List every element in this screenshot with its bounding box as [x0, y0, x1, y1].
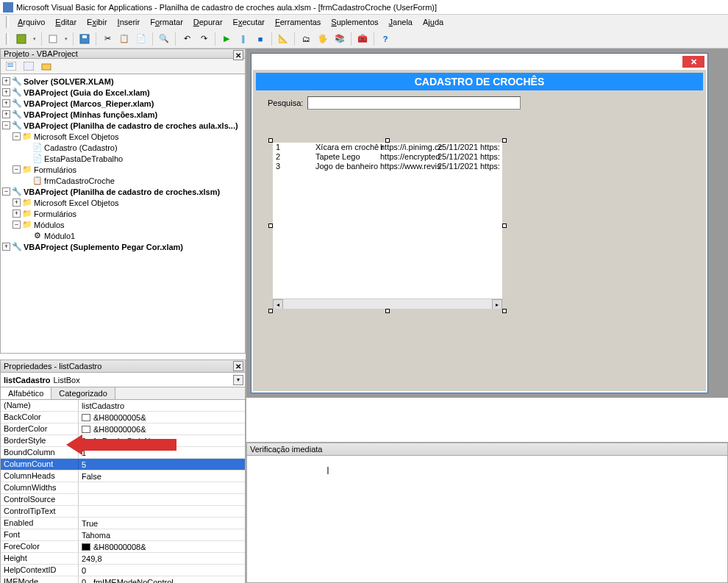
- resize-handle[interactable]: [385, 309, 390, 313]
- tree-pegar-cor[interactable]: VBAProject (Suplemento Pegar Cor.xlam): [24, 243, 183, 251]
- properties-grid[interactable]: (Name)listCadastroBackColor&H80000005&Bo…: [0, 400, 246, 583]
- toolbox-button[interactable]: 🧰: [355, 32, 370, 46]
- menu-ajuda[interactable]: Ajuda: [418, 16, 448, 28]
- tree-forms[interactable]: Formulários: [34, 165, 76, 174]
- expand-icon[interactable]: +: [2, 243, 10, 251]
- list-item[interactable]: 1Xícara em crochê rhttps://i.pinimg.cc25…: [273, 143, 502, 152]
- resize-handle[interactable]: [502, 138, 507, 143]
- toolbar-handle[interactable]: [6, 33, 9, 45]
- view-code-button[interactable]: [4, 59, 18, 74]
- menu-suplementos[interactable]: Suplementos: [326, 16, 382, 28]
- redo-button[interactable]: ↷: [196, 32, 211, 46]
- userform-window[interactable]: ✕ CADASTRO DE CROCHÊS Pesquisa: 1Xícara …: [251, 53, 708, 393]
- prop-row-name[interactable]: (Name)listCadastro: [1, 400, 245, 412]
- tree-modulo1[interactable]: Módulo1: [44, 232, 75, 240]
- list-item[interactable]: 3Jogo de banheirohttps://www.revis25/11/…: [273, 162, 502, 171]
- prop-row-backcolor[interactable]: BackColor&H80000005&: [1, 412, 245, 423]
- view-object-button[interactable]: [21, 59, 36, 74]
- menu-depurar[interactable]: Depurar: [189, 16, 227, 28]
- toggle-folders-button[interactable]: [39, 59, 54, 74]
- prop-row-columnheads[interactable]: ColumnHeadsFalse: [1, 471, 245, 482]
- tree-aula[interactable]: VBAProject (Planilha de cadastro de croc…: [24, 121, 238, 130]
- prop-row-columnwidths[interactable]: ColumnWidths: [1, 482, 245, 494]
- form-designer-canvas[interactable]: ✕ CADASTRO DE CROCHÊS Pesquisa: 1Xícara …: [246, 49, 728, 398]
- menu-ferramentas[interactable]: Ferramentas: [271, 16, 325, 28]
- menu-exibir[interactable]: Exibir: [82, 16, 112, 28]
- tab-categorizado[interactable]: Categorizado: [51, 387, 115, 399]
- chevron-down-icon[interactable]: ▾: [233, 375, 243, 385]
- collapse-icon[interactable]: −: [2, 187, 10, 196]
- tree-planilha[interactable]: VBAProject (Planilha de cadastro de croc…: [24, 187, 220, 196]
- listbox-listcadastro[interactable]: 1Xícara em crochê rhttps://i.pinimg.cc25…: [271, 140, 504, 311]
- prop-row-helpcontextid[interactable]: HelpContextID0: [1, 565, 245, 576]
- collapse-icon[interactable]: −: [13, 165, 21, 174]
- insert-button[interactable]: [46, 32, 60, 46]
- resize-handle[interactable]: [502, 309, 507, 313]
- menu-arquivo[interactable]: Arquivo: [13, 16, 49, 28]
- tree-frm[interactable]: frmCadastroCroche: [44, 176, 115, 185]
- cut-button[interactable]: ✂: [100, 32, 115, 46]
- menu-editar[interactable]: Editar: [51, 16, 81, 28]
- prop-row-enabled[interactable]: EnabledTrue: [1, 518, 245, 529]
- prop-row-borderstyle[interactable]: BorderStyle0 - fmBorderStyleNone: [1, 435, 245, 447]
- menu-executar[interactable]: Executar: [229, 16, 269, 28]
- scroll-left-icon[interactable]: ◂: [273, 299, 283, 309]
- tree-excel-objetos2[interactable]: Microsoft Excel Objetos: [34, 198, 119, 207]
- list-item[interactable]: 2Tapete Legohttps://encrypted25/11/2021h…: [273, 152, 502, 162]
- properties-button[interactable]: 🖐: [315, 32, 330, 46]
- expand-icon[interactable]: +: [2, 77, 10, 85]
- tree-excel-objetos[interactable]: Microsoft Excel Objetos: [34, 132, 119, 141]
- tree-guia[interactable]: VBAProject (Guia do Excel.xlam): [24, 88, 150, 97]
- dropdown-icon[interactable]: ▾: [31, 32, 38, 46]
- expand-icon[interactable]: +: [2, 110, 10, 118]
- resize-handle[interactable]: [268, 138, 273, 143]
- design-mode-button[interactable]: 📐: [276, 32, 290, 46]
- prop-row-font[interactable]: FontTahoma: [1, 529, 245, 541]
- prop-row-boundcolumn[interactable]: BoundColumn1: [1, 447, 245, 459]
- project-tree[interactable]: +🔧Solver (SOLVER.XLAM) +🔧VBAProject (Gui…: [0, 74, 246, 354]
- menu-inserir[interactable]: Inserir: [113, 16, 145, 28]
- collapse-icon[interactable]: −: [13, 221, 21, 229]
- prop-row-forecolor[interactable]: ForeColor&H80000008&: [1, 541, 245, 553]
- props-object-selector[interactable]: listCadastro ListBox ▾: [0, 373, 246, 387]
- project-explorer-button[interactable]: 🗂: [299, 32, 313, 46]
- stop-button[interactable]: ■: [253, 32, 268, 46]
- resize-handle[interactable]: [502, 223, 507, 228]
- pause-button[interactable]: ‖: [236, 32, 251, 46]
- tree-forms2[interactable]: Formulários: [34, 210, 76, 218]
- close-icon[interactable]: ✕: [233, 50, 243, 60]
- close-icon[interactable]: ✕: [233, 361, 243, 371]
- dropdown-icon[interactable]: ▾: [63, 32, 69, 46]
- tree-modulos[interactable]: Módulos: [34, 221, 65, 229]
- expand-icon[interactable]: +: [13, 198, 21, 207]
- resize-handle[interactable]: [268, 309, 273, 313]
- tree-marcos[interactable]: VBAProject (Marcos_Rieper.xlam): [24, 99, 154, 108]
- tree-workbook[interactable]: EstaPastaDeTrabalho: [44, 154, 123, 163]
- expand-icon[interactable]: +: [13, 210, 21, 218]
- prop-row-imemode[interactable]: IMEMode0 - fmIMEModeNoControl: [1, 576, 245, 583]
- resize-handle[interactable]: [385, 138, 390, 143]
- scroll-right-icon[interactable]: ▸: [492, 299, 502, 309]
- prop-row-controltiptext[interactable]: ControlTipText: [1, 506, 245, 518]
- run-button[interactable]: ▶: [219, 32, 234, 46]
- copy-button[interactable]: 📋: [117, 32, 132, 46]
- collapse-icon[interactable]: −: [13, 132, 21, 140]
- menu-handle[interactable]: [6, 16, 9, 28]
- prop-row-controlsource[interactable]: ControlSource: [1, 494, 245, 506]
- close-icon[interactable]: ✕: [682, 56, 704, 68]
- view-excel-button[interactable]: [14, 32, 29, 46]
- menu-janela[interactable]: Janela: [385, 16, 417, 28]
- search-input[interactable]: [307, 96, 521, 110]
- immediate-window[interactable]: I: [246, 456, 728, 583]
- expand-icon[interactable]: +: [2, 88, 10, 96]
- expand-icon[interactable]: +: [2, 99, 10, 107]
- horizontal-scrollbar[interactable]: ◂ ▸: [273, 298, 502, 309]
- help-button[interactable]: ?: [378, 32, 393, 46]
- undo-button[interactable]: ↶: [179, 32, 194, 46]
- prop-row-columncount[interactable]: ColumnCount5: [1, 459, 245, 471]
- object-browser-button[interactable]: 📚: [332, 32, 347, 46]
- save-button[interactable]: [77, 32, 92, 46]
- menu-formatar[interactable]: Formatar: [146, 16, 188, 28]
- tree-solver[interactable]: Solver (SOLVER.XLAM): [24, 77, 114, 86]
- prop-row-height[interactable]: Height249,8: [1, 553, 245, 565]
